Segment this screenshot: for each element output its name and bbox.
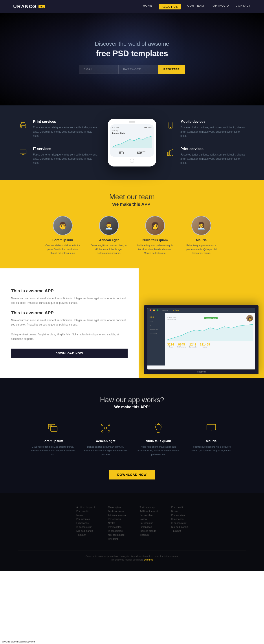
nav-team[interactable]: OUR TEAM [187,4,204,10]
app-heading-1: This is awsome APP [11,288,127,294]
team-member-3: 👩 Nulla felis quam Nulla felis quam, mal… [137,216,174,255]
footer: Ad litora torquent Per conubia Nostra Pe… [0,493,264,571]
laptop-topbar: DIONE Activity [147,308,255,313]
footer-link[interactable]: Nostra [140,518,158,520]
footer-link[interactable]: Nostra [108,522,126,524]
footer-link[interactable]: Tincidunt [76,534,95,536]
footer-link[interactable]: Taciti sociosqu [140,506,158,508]
stat-comments: 1249 Comments [189,343,196,348]
how-item-2: Aenean eget Donec sagittis accumsan diam… [84,420,127,457]
laptop-notif-label: Notifications [167,318,176,320]
app-desc-3: Quisque ut est ornare, feugiat turpis a,… [11,332,127,341]
laptop-avatar: 👩 [246,315,253,322]
laptop-nav-done[interactable]: DONE [147,315,165,319]
footer-col-4: Per conubia Nostra Per inceptos Himenaeo… [171,506,188,542]
feature-mobile-title: Mobile devices [180,120,246,124]
footer-link[interactable]: Nostra [76,514,95,516]
laptop-nav-it[interactable]: IT [147,323,165,328]
footer-link[interactable]: Ad litora torquent [108,514,126,516]
laptop-app-name: DIONE [162,309,169,312]
footer-link[interactable]: Himenaeos [76,522,95,524]
how-download-button[interactable]: DOWNLOAD NOW [109,470,155,480]
footer-link[interactable]: Nisi sed blandit [76,530,95,532]
footer-link[interactable]: Himenaeos [171,518,188,520]
stat-views-val: 321469 [200,343,210,346]
footer-link[interactable]: Nisi sed blandit [108,534,126,536]
hero-subtitle: Discover the wold of awsome [95,40,169,47]
footer-bottom-text: Cum sociis natoque penatibus et magnis d… [18,555,246,558]
logo-badge: PSD [39,5,45,8]
footer-link[interactable]: Tincidunt [171,530,188,532]
nav-contact[interactable]: CONTACT [236,4,251,10]
download-button[interactable]: DOWNLOAD NOW [11,348,127,358]
email-input[interactable] [79,65,118,74]
footer-col-3: Taciti sociosqu Ad litora torquent Per c… [140,506,158,542]
footer-sub-text: Try awsome tool for designers symu.co [18,558,246,561]
how-heading: Haw our app works? [18,396,246,404]
avatar-3: 👩 [145,216,165,236]
footer-link[interactable]: Ad litora torquent [140,510,158,512]
svg-rect-30 [207,424,216,430]
member-4-name: Mauris [183,238,220,242]
register-button[interactable]: REGISTER [158,65,185,74]
phone-notif-label: Notifications [137,150,146,152]
feature-print-content: Print services Fusce eu tortor tristique… [33,120,99,138]
svg-line-26 [161,424,162,424]
stat-views-label: Views [200,346,210,348]
stat-comments-label: Comments [189,346,196,348]
footer-link[interactable]: Per conubia [76,510,95,512]
svg-point-14 [104,427,107,429]
laptop-nav-set[interactable]: SETTINGS [147,332,165,336]
footer-link[interactable]: Per conubia [108,518,126,520]
nav-home[interactable]: HOME [143,4,153,10]
nav-about[interactable]: ABOUT US [159,4,181,10]
footer-link[interactable]: Per inceptos [76,518,95,520]
footer-link[interactable]: Class aptent [108,506,126,508]
laptop-nav-find[interactable]: FIND [147,319,165,323]
footer-link[interactable]: Tincidunt [140,534,158,536]
footer-link[interactable]: Per inceptos [140,522,158,524]
footer-link[interactable]: Himenaeos [140,526,158,528]
phone-users-value: 3214 [118,152,124,155]
laptop-nav-msg[interactable]: MESSAGES [147,328,165,332]
network-icon [98,420,113,436]
feature-print-desc: Fusce eu tortor tristique, varius sem so… [33,126,99,138]
password-input[interactable] [118,65,158,74]
stat-notif-label: Notifications [177,346,186,348]
avatar-4: 👩‍💼 [191,216,211,236]
footer-link[interactable]: Tincidunt [108,538,126,540]
footer-site-link[interactable]: symu.co [144,558,153,561]
footer-link[interactable]: Per inceptos [108,526,126,528]
team-heading: Meet our team [18,193,246,201]
footer-link[interactable]: Per conubia [140,514,158,516]
stat-comments-val: 1249 [189,343,196,346]
app-desc-2: Nam accumsan nunc sit amet elementum sol… [11,318,127,327]
stat-users: 3214 Users [167,343,174,348]
app-desc-1: Nam accumsan nunc sit amet elementum sol… [11,296,127,305]
footer-link[interactable]: In consectetur [76,526,95,528]
phone-notif-value: 9845 [137,152,146,155]
member-1-desc: Cras vel eleifend nisl, ac efficitur pur… [44,244,81,255]
footer-link[interactable]: Taciti sociosqu [108,510,126,512]
feature-print2-title: Print services [180,147,246,151]
footer-link[interactable]: Nostra [171,510,188,512]
footer-link[interactable]: In consectetur [171,522,188,524]
laptop-sidebar: DONE FIND IT MESSAGES SETTINGS Lorem Sta… [147,313,255,366]
how-grid: Lorem ipsum Cras vel eleifend nisl, ac e… [18,420,246,457]
footer-link[interactable]: Per conubia [171,506,188,508]
footer-link[interactable]: Ad litora torquent [76,506,95,508]
footer-links: Ad litora torquent Per conubia Nostra Pe… [18,506,246,542]
footer-link[interactable]: Nisi sed blandit [140,530,158,532]
svg-point-18 [108,430,110,432]
team-subheading: We make this APP! [18,202,246,207]
footer-link[interactable]: Nisi sed blandit [171,526,188,528]
footer-link[interactable]: Per inceptos [171,514,188,516]
nav-portfolio[interactable]: PORTFOLIO [211,4,229,10]
app-section: This is awsome APP Nam accumsan nunc sit… [0,268,264,378]
laptop-chart [167,323,253,341]
feature-it: IT services Fusce eu tortor tristique, v… [18,147,99,166]
laptop-badge: Connect Friend [204,317,218,319]
svg-rect-1 [21,126,25,128]
footer-link[interactable]: In consectetur [108,530,126,532]
app-right: DIONE Activity DONE FIND IT MESSAGES SET… [139,268,264,378]
